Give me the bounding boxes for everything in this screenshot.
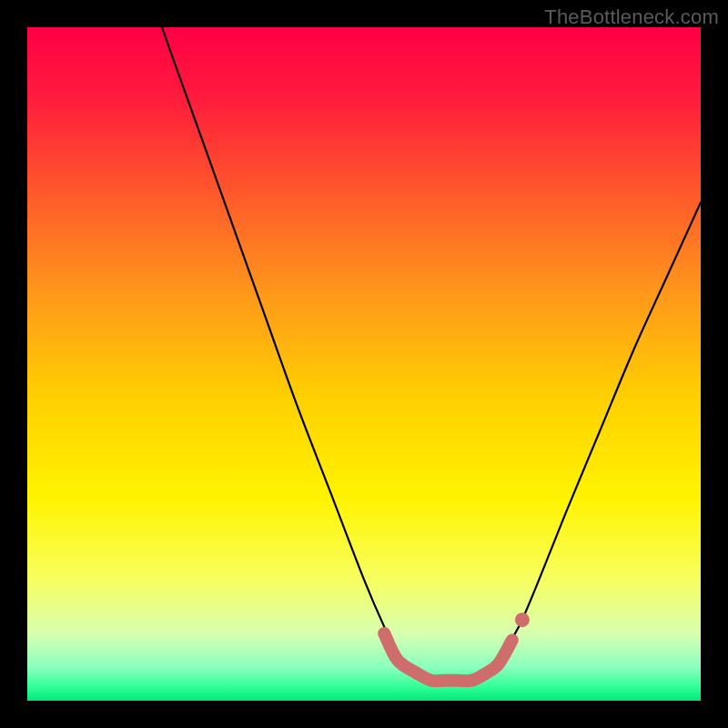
watermark-text: TheBottleneck.com <box>544 5 719 29</box>
gradient-background <box>27 27 701 701</box>
chart-container: TheBottleneck.com <box>0 0 728 728</box>
bottleneck-chart <box>27 27 701 701</box>
highlight-endpoint <box>515 612 530 627</box>
